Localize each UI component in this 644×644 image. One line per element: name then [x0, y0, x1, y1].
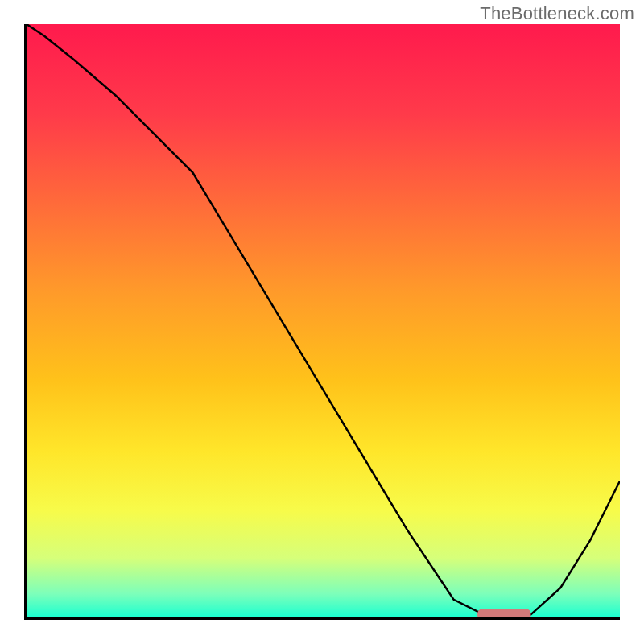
- gradient-background: [27, 24, 620, 617]
- plot-frame: [24, 24, 620, 620]
- chart-svg: [27, 24, 620, 617]
- plot-area: [27, 24, 620, 617]
- optimum-marker: [477, 609, 530, 617]
- watermark-text: TheBottleneck.com: [480, 3, 634, 24]
